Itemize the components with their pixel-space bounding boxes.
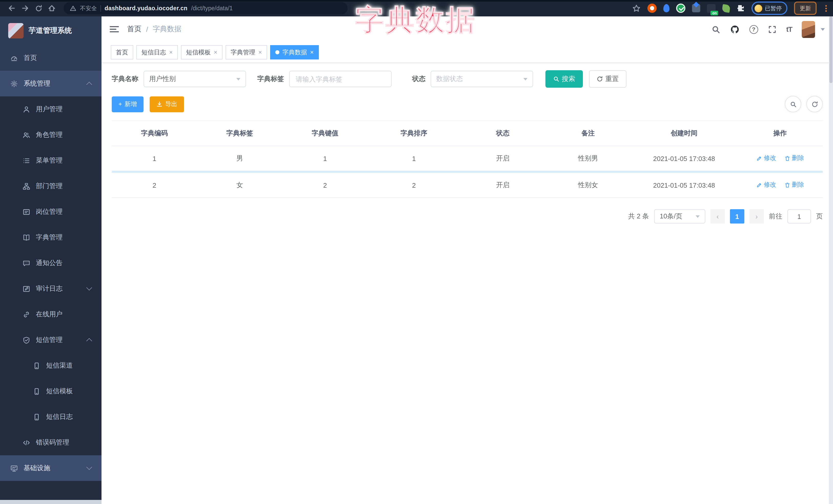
browser-back-button[interactable] [5,2,19,15]
sidebar-item-home[interactable]: 首页 [0,45,101,71]
url-path: /dict/type/data/1 [191,5,233,11]
browser-update-button[interactable]: 更新 [794,2,816,15]
col-status: 状态 [460,121,545,146]
sidebar-item-sms-management[interactable]: 短信管理 [0,327,101,353]
font-size-icon[interactable]: tT [786,25,792,33]
tab-label: 短信日志 [142,48,166,57]
edit-link[interactable]: 修改 [756,181,776,189]
sidebar-item-department-management[interactable]: 部门管理 [0,173,101,199]
tab-dict-management[interactable]: 字典管理 × [225,45,267,59]
logo-title: 芋道管理系统 [29,26,72,35]
tab-home[interactable]: 首页 [111,45,133,59]
page-size-value: 10条/页 [660,212,682,221]
dict-name-label: 字典名称 [112,74,138,83]
tab-sms-log[interactable]: 短信日志 × [136,45,178,59]
delete-label: 删除 [792,181,804,189]
browser-menu-kebab-icon[interactable] [825,5,827,11]
export-button[interactable]: 导出 [150,96,184,112]
dict-name-select[interactable]: 用户性别 [144,71,246,87]
col-dict-value: 字典键值 [282,121,368,146]
sidebar-item-menu-management[interactable]: 菜单管理 [0,148,101,173]
avatar-caret-down-icon[interactable] [821,28,825,32]
address-bar[interactable]: 不安全 dashboard.yudao.iocoder.cn /dict/typ… [64,2,348,14]
tab-close-icon[interactable]: × [310,49,314,55]
omnibox-divider [100,5,101,11]
add-button[interactable]: + 新增 [112,96,144,112]
hamburger-icon[interactable] [110,26,119,32]
tab-dict-data-active[interactable]: 字典数据 × [270,45,319,59]
github-icon[interactable] [730,24,740,34]
plus-icon: + [118,100,122,108]
sidebar-item-post-management[interactable]: 岗位管理 [0,199,101,224]
scrollbar-thumb[interactable] [829,17,832,83]
tab-close-icon[interactable]: × [214,49,217,55]
sidebar-item-error-code-management[interactable]: 错误码管理 [0,430,101,455]
sidebar-item-notice[interactable]: 通知公告 [0,250,101,276]
breadcrumb-separator: / [146,25,148,33]
page-unit-label: 页 [816,212,823,221]
col-actions: 操作 [737,121,823,146]
sidebar-item-system-management[interactable]: 系统管理 [0,71,101,96]
bookmark-star-icon[interactable] [632,4,641,13]
chevron-down-icon [86,285,92,291]
page-scrollbar[interactable] [829,17,833,504]
delete-link[interactable]: 删除 [784,181,804,189]
reset-button[interactable]: 重置 [589,70,626,88]
fullscreen-icon[interactable] [768,25,777,33]
page-size-select[interactable]: 10条/页 [654,209,705,223]
header-search-icon[interactable] [712,25,720,33]
cell-code: 1 [112,146,197,172]
browser-extensions-area: on 已暂停 更新 [632,2,828,15]
search-icon [553,76,559,82]
dict-label-label: 字典标签 [257,74,284,83]
extension-icon-orange-ring[interactable] [647,4,657,13]
sidebar-item-infrastructure[interactable]: 基础设施 [0,455,101,481]
toggle-search-button[interactable] [785,96,801,112]
extension-icon-green-leaf[interactable] [722,4,731,13]
extension-icon-slate-diamond[interactable] [692,4,700,12]
sidebar-item-audit-log[interactable]: 审计日志 [0,276,101,302]
extension-icon-green-check[interactable] [676,4,685,13]
sidebar-item-online-users[interactable]: 在线用户 [0,302,101,327]
sidebar-logo[interactable]: 芋道管理系统 [0,17,101,45]
prev-page-button[interactable]: ‹ [711,209,725,223]
sidebar-label: 岗位管理 [36,207,63,216]
sidebar-label: 短信日志 [46,412,73,422]
tab-close-icon[interactable]: × [169,49,173,55]
sidebar-item-sms-channel[interactable]: 短信渠道 [0,353,101,378]
edit-link[interactable]: 修改 [756,154,776,163]
current-page-button[interactable]: 1 [730,209,744,223]
col-remark: 备注 [545,121,631,146]
extension-icon-blue-drop[interactable] [663,4,669,12]
user-avatar[interactable] [802,21,815,38]
header-actions: ? tT [712,21,825,38]
extensions-puzzle-icon[interactable] [737,4,745,12]
tab-close-icon[interactable]: × [258,49,262,55]
sidebar-item-role-management[interactable]: 角色管理 [0,122,101,148]
help-icon[interactable]: ? [749,25,758,33]
sidebar-label: 系统管理 [24,79,50,88]
sidebar-item-sms-template[interactable]: 短信模板 [0,378,101,404]
next-page-button[interactable]: › [749,209,764,223]
browser-home-button[interactable] [45,2,58,15]
search-button[interactable]: 搜索 [545,70,583,88]
goto-page-input[interactable] [788,212,810,221]
extension-icon-dark[interactable]: on [707,4,716,13]
breadcrumb-home[interactable]: 首页 [127,25,142,34]
goto-page-input-wrap [787,209,811,223]
browser-reload-button[interactable] [32,2,45,15]
sidebar-item-sms-log[interactable]: 短信日志 [0,404,101,430]
table-row: 2 女 2 2 开启 性别女 2021-01-05 17:03:48 修改 删除 [112,172,823,198]
sidebar-label: 部门管理 [36,182,63,191]
status-select[interactable]: 数据状态 [431,71,533,87]
profile-emoji-avatar [755,4,762,12]
dict-label-input[interactable] [295,75,386,83]
browser-forward-button[interactable] [19,2,32,15]
tab-label: 字典数据 [282,48,307,57]
refresh-table-button[interactable] [806,96,823,112]
sidebar-item-dict-management[interactable]: 字典管理 [0,224,101,250]
tab-sms-template[interactable]: 短信模板 × [181,45,222,59]
delete-link[interactable]: 删除 [784,154,804,163]
profile-paused-badge[interactable]: 已暂停 [752,2,787,15]
sidebar-item-user-management[interactable]: 用户管理 [0,96,101,122]
